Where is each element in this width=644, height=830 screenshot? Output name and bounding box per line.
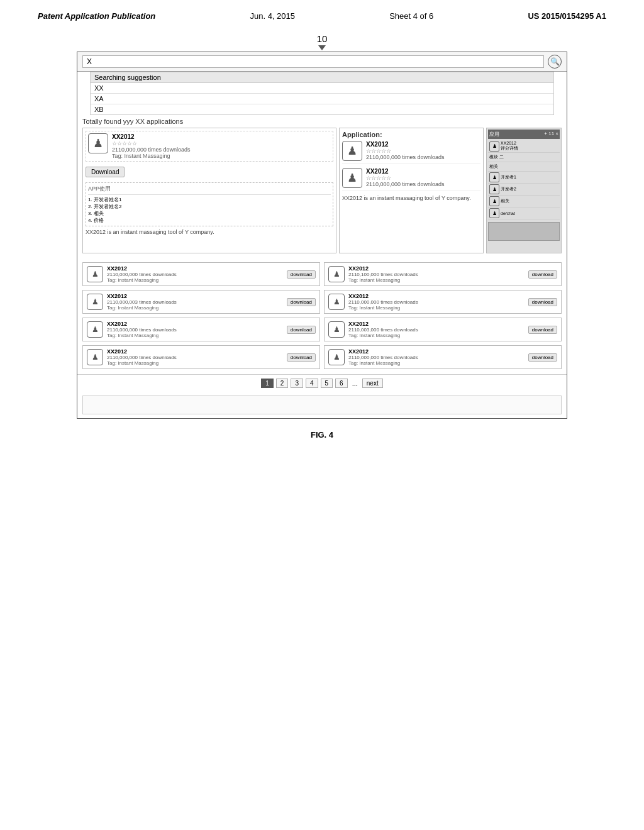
results-area: Totally found yyy XX applications ♟ XX20… — [77, 115, 567, 256]
main-app-card: ♟ XX2012 ☆☆☆☆☆ 2110,000,000 times downlo… — [86, 131, 333, 162]
main-result-panel: ♟ XX2012 ☆☆☆☆☆ 2110,000,000 times downlo… — [82, 128, 336, 253]
suggestion-item-xx[interactable]: XX — [91, 83, 553, 93]
suggestion-title: Searching suggestion — [91, 72, 553, 83]
app-detail-panel: Application: ♟ XX2012 ☆☆☆☆☆ 2110,000,000… — [339, 128, 484, 253]
list-app-info-2: XX2012 2110,000,003 times downloads Tag:… — [107, 293, 283, 311]
sidebar-small-icon-3: ♟ — [489, 184, 499, 194]
list-download-btn-3[interactable]: download — [528, 298, 557, 306]
list-app-tag-3: Tag: Instant Messaging — [348, 305, 525, 311]
list-app-icon-1: ♟ — [328, 266, 345, 282]
list-app-downloads-0: 2110,000,000 times downloads — [107, 272, 283, 277]
list-app-name-4: XX2012 — [107, 321, 283, 327]
main-app-stars: ☆☆☆☆☆ — [112, 140, 331, 147]
main-app-info: XX2012 ☆☆☆☆☆ 2110,000,000 times download… — [112, 133, 331, 159]
list-app-downloads-7: 2110,000,000 times downloads — [348, 355, 525, 360]
sidebar-small-icon-1: ♟ — [489, 141, 499, 152]
detail-app-stars-1: ☆☆☆☆☆ — [366, 148, 480, 154]
app-detail-title: Application: — [342, 131, 480, 138]
list-item: ♟ XX2012 2110,000,000 times downloads Ta… — [324, 290, 562, 314]
list-app-downloads-1: 2110,100,000 times downloads — [348, 272, 525, 277]
sidebar-small-icon-2: ♟ — [489, 172, 499, 182]
list-download-btn-6[interactable]: download — [287, 353, 316, 362]
list-app-name-0: XX2012 — [107, 265, 283, 272]
list-app-name-3: XX2012 — [348, 293, 525, 299]
sidebar-item-1: ♟ XX2012评分详情 — [488, 140, 560, 153]
list-app-info-7: XX2012 2110,000,000 times downloads Tag:… — [348, 348, 525, 366]
list-item: ♟ XX2012 2110,003,000 times downloads Ta… — [324, 318, 562, 341]
list-app-icon-0: ♟ — [87, 266, 103, 282]
figure-area: 10 🔍 Searching suggestion XX XA XB Total… — [0, 27, 644, 446]
list-app-downloads-2: 2110,000,003 times downloads — [107, 299, 283, 305]
list-app-info-0: XX2012 2110,000,000 times downloads Tag:… — [107, 265, 283, 283]
list-app-icon-5: ♟ — [328, 321, 345, 338]
list-download-btn-2[interactable]: download — [287, 298, 316, 306]
list-app-name-2: XX2012 — [107, 293, 283, 299]
ref-arrow-container: 10 — [317, 33, 328, 52]
app-list-grid: ♟ XX2012 2110,000,000 times downloads Ta… — [77, 260, 567, 372]
list-app-name-5: XX2012 — [348, 321, 525, 327]
sidebar-item-4: ♟ 相关 — [488, 196, 560, 208]
list-app-tag-6: Tag: Instant Massaging — [107, 360, 283, 366]
detail-app-downloads-1: 2110,000,000 times downloads — [366, 154, 480, 160]
ref-arrow — [318, 45, 326, 50]
list-item: ♟ XX2012 2110,000,003 times downloads Ta… — [82, 290, 320, 314]
main-app-name: XX2012 — [112, 133, 331, 140]
patent-sheet: Sheet 4 of 6 — [389, 11, 433, 21]
patent-number: US 2015/0154295 A1 — [528, 11, 606, 21]
main-download-button[interactable]: Download — [86, 167, 125, 177]
list-app-info-6: XX2012 2110,000,000 times downloads Tag:… — [107, 348, 283, 366]
list-item: ♟ XX2012 2110,000,000 times downloads Ta… — [324, 345, 562, 369]
sidebar-item-5: ♟ de/chat — [488, 208, 560, 219]
list-download-btn-5[interactable]: download — [528, 326, 557, 334]
list-item: ♟ XX2012 2110,000,000 times downloads Ta… — [82, 345, 320, 369]
page-btn-5[interactable]: 5 — [321, 379, 333, 388]
list-app-icon-7: ♟ — [328, 349, 345, 365]
list-download-btn-7[interactable]: download — [528, 353, 557, 362]
detail-app-name-1: XX2012 — [366, 141, 480, 148]
pagination: 1 2 3 4 5 6 ... next — [77, 374, 567, 392]
list-app-info-3: XX2012 2110,000,000 times downloads Tag:… — [348, 293, 525, 311]
device-container: 🔍 Searching suggestion XX XA XB Totally … — [77, 52, 567, 419]
list-app-icon-2: ♟ — [87, 294, 103, 310]
detail-app-name-2: XX2012 — [366, 168, 480, 175]
list-item: ♟ XX2012 2110,000,000 times downloads Ta… — [82, 318, 320, 341]
list-app-tag-4: Tag: Instant Massaging — [107, 333, 283, 338]
list-app-name-7: XX2012 — [348, 348, 525, 355]
detail-app-info-2: XX2012 ☆☆☆☆☆ 2110,000,000 times download… — [366, 168, 480, 187]
list-app-name-6: XX2012 — [107, 348, 283, 355]
page-btn-3[interactable]: 3 — [291, 379, 303, 388]
list-app-downloads-4: 2110,000,000 times downloads — [107, 327, 283, 333]
list-download-btn-4[interactable]: download — [287, 326, 316, 334]
list-app-info-5: XX2012 2110,003,000 times downloads Tag:… — [348, 321, 525, 338]
list-app-tag-7: Tag: Instant Messaging — [348, 360, 525, 366]
main-app-description: XX2012 is an instant massaging tool of Y… — [86, 229, 333, 236]
suggestion-item-xb[interactable]: XB — [91, 104, 553, 114]
figure-caption: FIG. 4 — [311, 430, 333, 440]
patent-title: Patent Application Publication — [38, 11, 155, 21]
search-bar-row: 🔍 — [77, 52, 567, 72]
page-ellipsis: ... — [350, 380, 360, 387]
list-app-tag-2: Tag: Instant Massaging — [107, 305, 283, 311]
list-download-btn-1[interactable]: download — [528, 270, 557, 279]
page-btn-1[interactable]: 1 — [261, 379, 274, 388]
page-btn-4[interactable]: 4 — [306, 379, 318, 388]
detail-app-downloads-2: 2110,000,000 times downloads — [366, 181, 480, 187]
suggestion-item-xa[interactable]: XA — [91, 94, 553, 104]
page-btn-2[interactable]: 2 — [276, 379, 289, 388]
search-icon[interactable]: 🔍 — [548, 55, 562, 69]
detail-app-card-2: ♟ XX2012 ☆☆☆☆☆ 2110,000,000 times downlo… — [342, 168, 480, 191]
main-app-icon: ♟ — [88, 133, 108, 153]
list-app-icon-4: ♟ — [87, 321, 103, 338]
list-app-info-4: XX2012 2110,000,000 times downloads Tag:… — [107, 321, 283, 338]
list-download-btn-0[interactable]: download — [287, 270, 316, 279]
list-app-downloads-6: 2110,000,000 times downloads — [107, 355, 283, 360]
suggestion-dropdown: Searching suggestion XX XA XB — [90, 72, 554, 115]
patent-header: Patent Application Publication Jun. 4, 2… — [0, 0, 644, 27]
detail-app-icon-1: ♟ — [342, 141, 362, 161]
next-page-button[interactable]: next — [362, 379, 383, 388]
sidebar-small-icon-5: ♟ — [489, 208, 499, 218]
sidebar-panel: 应用 + 11 × ♟ XX2012评分详情 模块 二 相关 ♟ 开发者1 — [486, 128, 562, 253]
bottom-comment-box — [82, 396, 562, 414]
search-input[interactable] — [82, 55, 544, 68]
page-btn-6[interactable]: 6 — [335, 379, 348, 388]
